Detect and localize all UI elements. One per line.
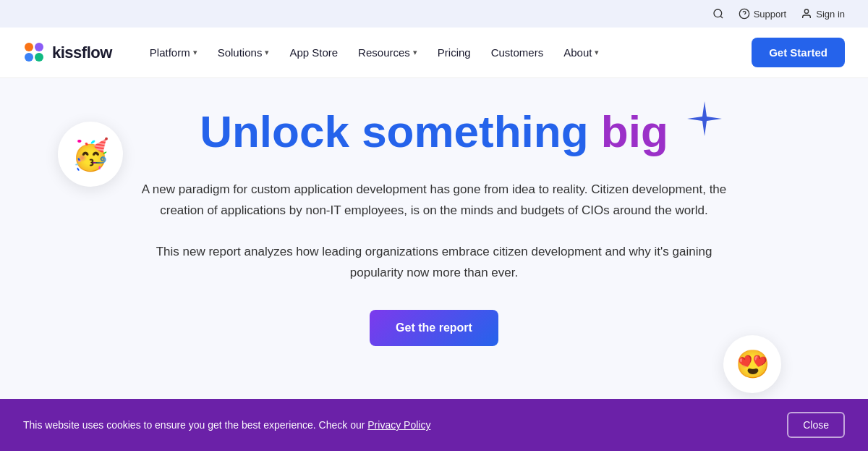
hero-cta-button[interactable]: Get the report xyxy=(370,310,498,346)
nav-solutions[interactable]: Solutions ▾ xyxy=(209,41,278,64)
privacy-policy-link[interactable]: Privacy Policy xyxy=(367,419,430,431)
search-icon xyxy=(712,8,724,20)
svg-point-8 xyxy=(35,53,43,62)
star-icon xyxy=(686,100,723,146)
hero-content: Unlock something big A new paradigm for … xyxy=(137,107,731,346)
nav-customers[interactable]: Customers xyxy=(482,41,553,64)
cookie-close-button[interactable]: Close xyxy=(787,412,845,438)
get-started-button[interactable]: Get Started xyxy=(752,38,845,67)
chevron-down-icon: ▾ xyxy=(265,48,269,57)
signin-label: Sign in xyxy=(816,9,845,20)
svg-point-4 xyxy=(805,9,809,13)
hero-section: 🥳 😍 Unlock something big A new paradigm … xyxy=(0,78,868,451)
nav-solutions-label: Solutions xyxy=(218,46,263,59)
hero-title-word2: big xyxy=(601,106,668,156)
nav-appstore-label: App Store xyxy=(289,46,338,59)
logo-icon xyxy=(23,41,46,64)
hero-description-1: A new paradigm for custom application de… xyxy=(137,180,731,222)
svg-point-5 xyxy=(25,43,33,51)
nav-platform-label: Platform xyxy=(150,46,190,59)
logo-text: kissflow xyxy=(52,43,112,62)
nav-resources-label: Resources xyxy=(358,46,410,59)
user-icon xyxy=(801,8,812,20)
svg-point-0 xyxy=(714,9,722,17)
emoji-bubble-right: 😍 xyxy=(723,335,781,393)
emoji-right: 😍 xyxy=(736,348,770,380)
search-button[interactable] xyxy=(712,8,724,20)
svg-point-6 xyxy=(35,43,43,51)
support-icon xyxy=(739,8,750,20)
topbar: Support Sign in xyxy=(0,0,868,28)
nav-resources[interactable]: Resources ▾ xyxy=(349,41,426,64)
support-label: Support xyxy=(754,9,787,20)
nav-items: Platform ▾ Solutions ▾ App Store Resourc… xyxy=(141,41,752,64)
nav-platform[interactable]: Platform ▾ xyxy=(141,41,206,64)
signin-link[interactable]: Sign in xyxy=(801,8,845,20)
nav-pricing[interactable]: Pricing xyxy=(429,41,480,64)
hero-title-word1: Unlock something xyxy=(200,106,601,156)
support-link[interactable]: Support xyxy=(739,8,787,20)
navbar: kissflow Platform ▾ Solutions ▾ App Stor… xyxy=(0,28,868,78)
svg-line-1 xyxy=(720,16,723,18)
nav-about[interactable]: About ▾ xyxy=(555,41,608,64)
chevron-down-icon: ▾ xyxy=(595,48,599,57)
emoji-bubble-left: 🥳 xyxy=(58,122,123,187)
hero-description-2: This new report analyzes how leading org… xyxy=(137,242,731,284)
cookie-banner: This website uses cookies to ensure you … xyxy=(0,399,868,451)
nav-about-label: About xyxy=(563,46,592,59)
cookie-message: This website uses cookies to ensure you … xyxy=(23,419,775,431)
emoji-left: 🥳 xyxy=(72,137,109,172)
chevron-down-icon: ▾ xyxy=(413,48,417,57)
svg-point-7 xyxy=(25,53,33,62)
nav-actions: Get Started xyxy=(752,38,845,67)
chevron-down-icon: ▾ xyxy=(193,48,197,57)
nav-pricing-label: Pricing xyxy=(438,46,471,59)
logo[interactable]: kissflow xyxy=(23,41,112,64)
nav-appstore[interactable]: App Store xyxy=(281,41,346,64)
hero-title: Unlock something big xyxy=(137,107,731,156)
nav-customers-label: Customers xyxy=(491,46,544,59)
